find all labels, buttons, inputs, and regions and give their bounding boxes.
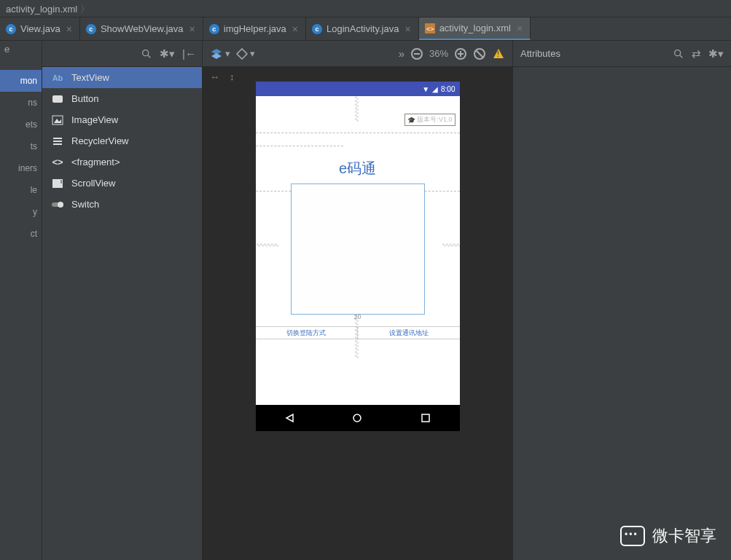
widget-label: Switch: [71, 199, 99, 210]
list-icon: [51, 136, 64, 146]
code-icon: <>: [51, 157, 64, 167]
widget-fragment[interactable]: <> <fragment>: [42, 151, 202, 173]
tab-showwebview[interactable]: c ShowWebView.java ×: [80, 17, 203, 40]
palette-cat-common[interactable]: mon: [0, 70, 42, 92]
more-icon[interactable]: »: [399, 47, 404, 60]
palette-categories: e mon ns ets ts iners le y ct: [0, 41, 42, 560]
watermark-text: 微卡智享: [652, 525, 716, 547]
recent-icon: [421, 413, 431, 423]
tab-activity-login-xml[interactable]: <> activity_login.xml ×: [419, 17, 531, 40]
swap-icon[interactable]: ⇄: [692, 47, 701, 60]
palette-header-frag: e: [4, 44, 9, 55]
zoom-level[interactable]: 36%: [429, 48, 448, 59]
java-icon: c: [209, 24, 219, 34]
palette-cat-google[interactable]: le: [0, 179, 42, 201]
wifi-icon: ▼: [422, 85, 429, 93]
widget-scrollview[interactable]: ScrollView: [42, 173, 202, 194]
tab-label: activity_login.xml: [439, 23, 511, 33]
pan-vertical-icon[interactable]: ↕: [230, 71, 235, 82]
pan-horizontal-icon[interactable]: ↔: [210, 71, 219, 82]
palette-cat-legacy[interactable]: y: [0, 201, 42, 223]
editor-tabs: c View.java × c ShowWebView.java × c img…: [0, 17, 731, 41]
graduation-icon: 🎓: [407, 117, 415, 124]
version-badge: 🎓 版本号:V1.0: [404, 114, 455, 126]
surface-select[interactable]: ▾: [210, 47, 230, 60]
design-editor: ▾ ▾ » 36% ! ↔ ↕: [203, 41, 512, 560]
status-bar: ▼ ◢ 8:00: [256, 82, 460, 96]
wechat-icon: [620, 526, 645, 546]
svg-marker-16: [237, 49, 247, 59]
tab-label: imgHelper.java: [224, 23, 286, 34]
close-icon[interactable]: ×: [65, 23, 74, 35]
close-icon[interactable]: ×: [291, 23, 300, 35]
warning-icon[interactable]: !: [492, 47, 505, 60]
constraint-margin-label: 20: [256, 313, 460, 320]
widget-label: ScrollView: [71, 178, 115, 189]
content-container: [291, 184, 425, 315]
close-icon[interactable]: ×: [188, 23, 197, 35]
java-icon: c: [6, 24, 16, 34]
widget-label: TextView: [71, 72, 109, 83]
device-preview[interactable]: ▼ ◢ 8:00 🎓 版本号:V1.0 ∿∿∿∿∿∿∿ ∿∿∿∿∿∿∿∿∿∿∿∿…: [256, 82, 460, 431]
widget-recyclerview[interactable]: RecyclerView: [42, 130, 202, 151]
java-icon: c: [86, 24, 96, 34]
button-icon: [51, 95, 64, 103]
close-icon[interactable]: ×: [515, 23, 524, 34]
attributes-panel: Attributes ⇄ ✱▾: [512, 41, 731, 560]
breadcrumb: activity_login.xml 〉: [0, 0, 731, 17]
xml-icon: <>: [425, 23, 435, 33]
widget-label: Button: [71, 93, 99, 104]
widget-textview[interactable]: Ab TextView: [42, 67, 202, 88]
svg-marker-26: [286, 414, 293, 422]
zoom-fit-icon[interactable]: [473, 47, 486, 60]
svg-line-23: [476, 50, 483, 58]
svg-marker-15: [211, 53, 222, 59]
svg-text:!: !: [497, 50, 499, 58]
tab-label: LoginActivity.java: [327, 23, 399, 34]
close-icon[interactable]: ×: [403, 23, 412, 35]
set-address-link: 设置通讯地址: [358, 326, 460, 339]
palette-cat-buttons[interactable]: ns: [0, 92, 42, 114]
svg-rect-28: [422, 414, 429, 422]
svg-rect-11: [60, 180, 62, 184]
switch-login-link: 切换登陆方式: [256, 326, 359, 339]
switch-icon: [51, 201, 64, 208]
palette-cat-project[interactable]: ct: [0, 223, 42, 245]
svg-point-13: [58, 202, 63, 208]
gear-icon[interactable]: ✱▾: [708, 47, 724, 60]
attributes-title: Attributes: [520, 48, 665, 59]
tab-label: ShowWebView.java: [101, 23, 184, 34]
scroll-icon: [51, 178, 64, 189]
svg-marker-6: [54, 119, 61, 123]
watermark: 微卡智享: [620, 525, 716, 547]
palette-cat-widgets[interactable]: ets: [0, 114, 42, 135]
widget-switch[interactable]: Switch: [42, 194, 202, 215]
zoom-in-icon[interactable]: [454, 47, 467, 60]
tab-view-java[interactable]: c View.java ×: [0, 17, 80, 40]
back-icon: [284, 413, 294, 423]
search-icon[interactable]: [141, 48, 152, 60]
svg-rect-4: [52, 95, 63, 103]
collapse-icon[interactable]: |←: [182, 47, 196, 60]
navigation-bar: [256, 405, 460, 431]
widget-imageview[interactable]: ImageView: [42, 109, 202, 130]
svg-point-2: [143, 50, 149, 55]
svg-point-27: [353, 414, 361, 422]
widget-button[interactable]: Button: [42, 88, 202, 109]
tab-loginactivity[interactable]: c LoginActivity.java ×: [306, 17, 419, 40]
app-title: e码通: [256, 159, 460, 178]
status-time: 8:00: [441, 85, 455, 93]
palette-cat-containers[interactable]: iners: [0, 157, 42, 179]
widget-label: <fragment>: [71, 157, 120, 167]
search-icon[interactable]: [673, 48, 684, 60]
svg-point-29: [675, 50, 681, 55]
gear-icon[interactable]: ✱▾: [160, 47, 175, 60]
image-icon: [51, 115, 64, 125]
palette-cat-layouts[interactable]: ts: [0, 135, 42, 157]
tab-imghelper[interactable]: c imgHelper.java ×: [203, 17, 306, 40]
zoom-out-icon[interactable]: [410, 47, 423, 60]
svg-line-3: [148, 55, 150, 58]
text-icon: Ab: [51, 74, 64, 82]
orientation-select[interactable]: ▾: [236, 48, 255, 60]
widget-label: RecyclerView: [71, 135, 129, 146]
